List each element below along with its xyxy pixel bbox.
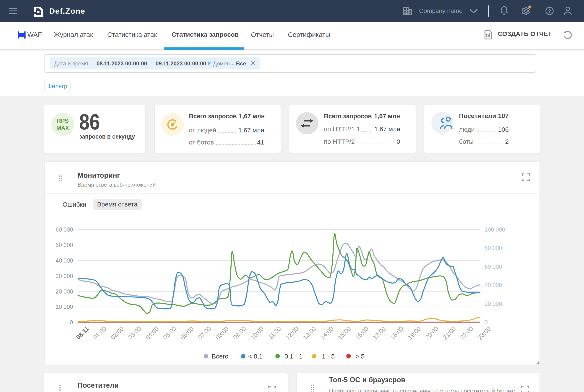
svg-text:30 000: 30 000 xyxy=(56,273,73,279)
svg-text:19:00: 19:00 xyxy=(407,325,422,341)
svg-text:22:00: 22:00 xyxy=(459,325,475,341)
svg-text:60 000: 60 000 xyxy=(56,226,73,233)
svg-text:15:00: 15:00 xyxy=(337,325,352,341)
svg-text:20:00: 20:00 xyxy=(424,325,440,341)
svg-text:02:00: 02:00 xyxy=(109,325,125,341)
svg-text:03:00: 03:00 xyxy=(127,325,143,341)
svg-text:05:00: 05:00 xyxy=(162,325,177,341)
svg-text:21:00: 21:00 xyxy=(441,325,457,341)
svg-text:09:00: 09:00 xyxy=(232,325,247,341)
svg-text:04:00: 04:00 xyxy=(144,325,160,341)
svg-text:12:00: 12:00 xyxy=(284,325,300,341)
svg-text:08:00: 08:00 xyxy=(214,325,230,341)
svg-text:?: ? xyxy=(548,8,551,14)
svg-text:08.11: 08.11 xyxy=(75,325,90,341)
svg-text:14:00: 14:00 xyxy=(319,325,335,341)
svg-text:10 000: 10 000 xyxy=(56,304,73,310)
svg-text:10:00: 10:00 xyxy=(249,325,265,341)
svg-text:0: 0 xyxy=(484,319,488,326)
svg-text:06:00: 06:00 xyxy=(179,325,195,341)
svg-text:100 000: 100 000 xyxy=(484,226,505,233)
svg-text:18:00: 18:00 xyxy=(389,325,405,341)
svg-text:0: 0 xyxy=(70,319,73,326)
svg-text:40 000: 40 000 xyxy=(484,282,502,288)
svg-text:11:00: 11:00 xyxy=(267,325,282,341)
svg-text:60 000: 60 000 xyxy=(484,264,502,270)
svg-text:16:00: 16:00 xyxy=(354,325,370,341)
svg-text:07:00: 07:00 xyxy=(197,325,213,341)
svg-text:20 000: 20 000 xyxy=(484,300,502,307)
svg-text:20 000: 20 000 xyxy=(56,288,73,295)
svg-text:17:00: 17:00 xyxy=(372,325,387,341)
svg-text:50 000: 50 000 xyxy=(56,242,73,248)
svg-text:23:00: 23:00 xyxy=(476,325,492,341)
svg-text:13:00: 13:00 xyxy=(302,325,317,341)
svg-text:01:00: 01:00 xyxy=(92,325,108,341)
svg-text:80 000: 80 000 xyxy=(484,245,502,251)
svg-text:40 000: 40 000 xyxy=(56,257,73,264)
